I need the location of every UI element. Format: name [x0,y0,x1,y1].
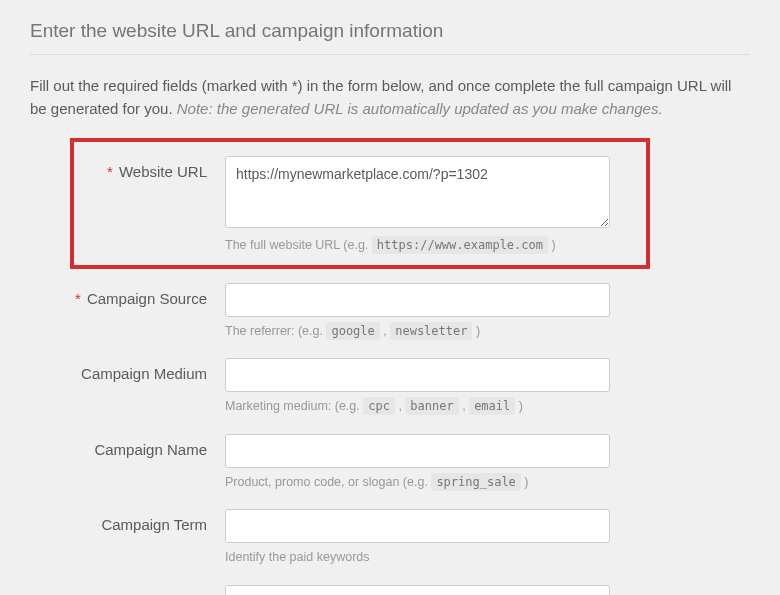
campaign-content-label-cell: Campaign Content [30,585,225,596]
intro-text: Fill out the required fields (marked wit… [30,75,750,120]
website-url-helper: The full website URL (e.g. https://www.e… [225,237,610,255]
campaign-term-label: Campaign Term [101,516,207,533]
campaign-source-input[interactable] [225,283,610,317]
campaign-medium-label-cell: Campaign Medium [30,358,225,382]
website-url-label-cell: *Website URL [90,156,225,180]
campaign-source-label-cell: *Campaign Source [30,283,225,307]
campaign-name-input[interactable] [225,434,610,468]
campaign-source-label: Campaign Source [87,290,207,307]
campaign-name-label: Campaign Name [94,441,207,458]
required-marker: * [75,290,81,307]
campaign-source-row: *Campaign Source The referrer: (e.g. goo… [30,283,750,341]
campaign-term-input[interactable] [225,509,610,543]
campaign-medium-label: Campaign Medium [81,365,207,382]
campaign-term-row: Campaign Term Identify the paid keywords [30,509,750,567]
website-url-label: Website URL [119,163,207,180]
campaign-medium-input[interactable] [225,358,610,392]
website-url-highlight: *Website URL https://mynewmarketplace.co… [70,138,650,269]
campaign-medium-helper: Marketing medium: (e.g. cpc , banner , e… [225,398,610,416]
campaign-content-row: Campaign Content Use to differentiate ad… [30,585,750,596]
campaign-medium-row: Campaign Medium Marketing medium: (e.g. … [30,358,750,416]
campaign-term-helper: Identify the paid keywords [225,549,610,567]
website-url-input[interactable]: https://mynewmarketplace.com/?p=1302 [225,156,610,228]
campaign-source-helper: The referrer: (e.g. google , newsletter … [225,323,610,341]
intro-note: Note: the generated URL is automatically… [177,100,663,117]
campaign-term-label-cell: Campaign Term [30,509,225,533]
campaign-content-label: Campaign Content [82,592,207,596]
required-marker: * [107,163,113,180]
campaign-name-helper: Product, promo code, or slogan (e.g. spr… [225,474,610,492]
campaign-name-label-cell: Campaign Name [30,434,225,458]
campaign-content-input[interactable] [225,585,610,596]
campaign-name-row: Campaign Name Product, promo code, or sl… [30,434,750,492]
page-title: Enter the website URL and campaign infor… [30,20,750,55]
